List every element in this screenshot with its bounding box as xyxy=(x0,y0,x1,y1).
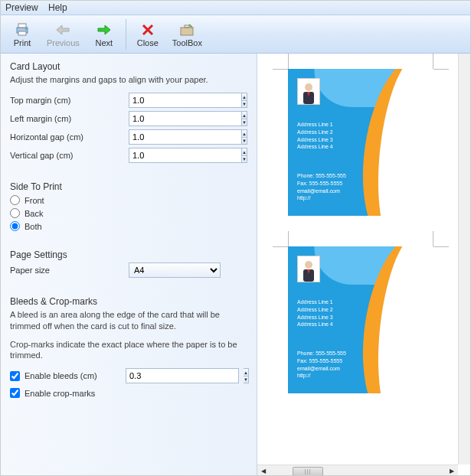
preview-pane: Address Line 1 Address Line 2 Address Li… xyxy=(257,54,470,476)
top-margin-label: Top margin (cm) xyxy=(10,96,129,105)
close-label: Close xyxy=(137,38,159,47)
side-both-label: Both xyxy=(25,222,42,231)
card-addr2: Address Line 2 xyxy=(297,306,333,314)
card-fax: Fax: 555-555-5555 xyxy=(297,180,346,187)
side-both-radio[interactable] xyxy=(10,221,20,231)
spin-down-icon[interactable]: ▼ xyxy=(242,119,247,126)
card-email: email@email.com xyxy=(297,365,346,373)
bleeds-desc2: Crop-marks indicate the exact place wher… xyxy=(10,339,247,361)
avatar xyxy=(297,78,320,105)
spin-up-icon[interactable]: ▲ xyxy=(244,369,248,377)
enable-bleeds-label: Enable bleeds (cm) xyxy=(25,371,126,380)
top-margin-input[interactable] xyxy=(129,93,242,108)
side-front-label: Front xyxy=(25,196,44,205)
svg-rect-1 xyxy=(18,24,26,28)
print-label: Print xyxy=(14,38,31,47)
scroll-left-icon[interactable]: ◀ xyxy=(257,465,270,477)
card-preview: Address Line 1 Address Line 2 Address Li… xyxy=(280,61,441,223)
left-margin-input[interactable] xyxy=(129,111,242,126)
hgap-label: Horizontal gap (cm) xyxy=(10,132,129,142)
toolbox-button[interactable]: ToolBox xyxy=(166,18,208,51)
bleeds-desc1: A bleed is an area along the edge of the… xyxy=(10,309,247,331)
hgap-input[interactable] xyxy=(129,129,242,145)
card-addr2: Address Line 2 xyxy=(297,129,333,136)
settings-panel: Card Layout Adjust the margins and gaps … xyxy=(1,54,257,476)
card-addr3: Address Line 3 xyxy=(297,136,333,144)
card-email: email@email.com xyxy=(297,187,346,195)
enable-crop-checkbox[interactable] xyxy=(10,388,20,398)
avatar xyxy=(297,256,320,282)
toolbox-label: ToolBox xyxy=(172,38,202,47)
svg-rect-2 xyxy=(18,31,26,35)
vgap-input[interactable] xyxy=(129,148,242,163)
spin-down-icon[interactable]: ▼ xyxy=(242,101,247,108)
card-layout-desc: Adjust the margins and gaps to align wit… xyxy=(10,74,247,85)
enable-crop-label: Enable crop-marks xyxy=(25,389,95,398)
scroll-right-icon[interactable]: ▶ xyxy=(446,465,458,477)
page-settings-title: Page Settings xyxy=(10,249,247,260)
spin-down-icon[interactable]: ▼ xyxy=(242,138,247,145)
card-fax: Fax: 555-555-5555 xyxy=(297,357,346,365)
spin-down-icon[interactable]: ▼ xyxy=(242,156,247,163)
card-url: http:// xyxy=(297,372,346,380)
side-back-radio[interactable] xyxy=(10,208,20,218)
svg-rect-5 xyxy=(185,25,189,28)
printer-icon xyxy=(15,21,30,38)
spin-up-icon[interactable]: ▲ xyxy=(242,130,247,138)
svg-point-3 xyxy=(25,28,27,30)
side-back-label: Back xyxy=(25,209,43,218)
spin-up-icon[interactable]: ▲ xyxy=(242,148,247,156)
card-url: http:// xyxy=(297,194,346,202)
paper-size-select[interactable]: A4 xyxy=(129,262,221,278)
vertical-scrollbar[interactable] xyxy=(458,54,470,465)
side-front-radio[interactable] xyxy=(10,195,20,205)
close-icon xyxy=(142,21,154,38)
next-label: Next xyxy=(95,38,113,47)
toolbox-icon xyxy=(180,21,194,38)
spin-down-icon[interactable]: ▼ xyxy=(244,377,248,383)
card-phone: Phone: 555-555-555 xyxy=(297,172,346,180)
next-button[interactable]: Next xyxy=(86,18,123,51)
spin-up-icon[interactable]: ▲ xyxy=(242,93,247,101)
left-margin-label: Left margin (cm) xyxy=(10,114,129,123)
card-layout-title: Card Layout xyxy=(10,61,247,72)
menubar: Preview Help xyxy=(1,1,470,15)
svg-point-8 xyxy=(305,261,312,269)
menu-help[interactable]: Help xyxy=(48,2,67,13)
enable-bleeds-checkbox[interactable] xyxy=(10,371,20,381)
enable-bleeds-input[interactable] xyxy=(126,368,239,383)
spin-up-icon[interactable]: ▲ xyxy=(242,112,247,119)
menu-preview[interactable]: Preview xyxy=(5,2,38,13)
previous-label: Previous xyxy=(47,38,80,47)
card-addr4: Address Line 4 xyxy=(297,143,333,151)
arrow-right-icon xyxy=(97,21,111,38)
svg-point-6 xyxy=(305,83,312,91)
card-addr3: Address Line 3 xyxy=(297,314,333,321)
side-title: Side To Print xyxy=(10,181,247,192)
paper-size-label: Paper size xyxy=(10,266,129,275)
card-addr1: Address Line 1 xyxy=(297,298,333,306)
toolbar: Print Previous Next Close ToolBox xyxy=(1,15,470,54)
close-button[interactable]: Close xyxy=(129,18,166,51)
print-button[interactable]: Print xyxy=(4,18,41,51)
bleeds-title: Bleeds & Crop-marks xyxy=(10,296,247,307)
scroll-thumb[interactable]: ||| xyxy=(293,467,323,476)
previous-button: Previous xyxy=(41,18,86,51)
card-preview: Address Line 1 Address Line 2 Address Li… xyxy=(280,239,441,401)
horizontal-scrollbar[interactable]: ◀ ||| ▶ xyxy=(257,465,458,476)
card-addr1: Address Line 1 xyxy=(297,121,333,129)
vgap-label: Vertical gap (cm) xyxy=(10,151,129,160)
arrow-left-icon xyxy=(56,21,70,38)
card-addr4: Address Line 4 xyxy=(297,321,333,328)
card-phone: Phone: 555-555-555 xyxy=(297,350,346,357)
svg-rect-4 xyxy=(181,28,193,35)
